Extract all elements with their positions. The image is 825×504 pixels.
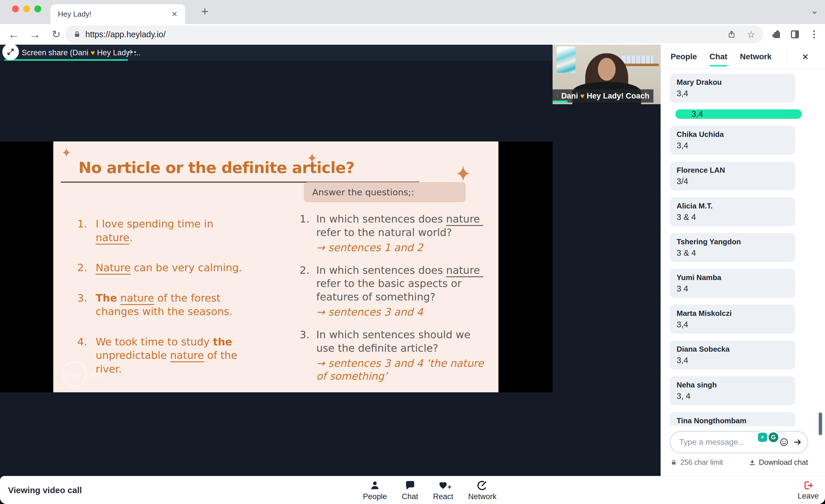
- message-sender: Diana Sobecka: [677, 345, 788, 354]
- slide-question: 2.In which sentences does nature refer t…: [300, 264, 486, 319]
- new-tab-button[interactable]: +: [198, 3, 212, 20]
- minimize-window-button[interactable]: [23, 5, 30, 12]
- chat-message: Florence LAN3/4: [670, 162, 795, 190]
- gauge-icon: [477, 480, 488, 491]
- participant-name-bar: Dani ♥ Hey Lady! Coach: [552, 89, 654, 102]
- message-text: 3 4: [677, 284, 788, 293]
- chat-panel-header: People Chat Network ✕: [661, 45, 825, 69]
- react-button[interactable]: + React: [433, 480, 453, 501]
- message-sender: Mary Drakou: [677, 78, 788, 87]
- leave-label: Leave: [798, 492, 819, 501]
- grammarly-g-icon[interactable]: G: [768, 432, 778, 442]
- close-icon[interactable]: ✕: [802, 45, 809, 69]
- chat-button[interactable]: Chat: [402, 480, 418, 501]
- slide-banner: Answer the questions;:: [304, 182, 466, 202]
- extensions-puzzle-icon[interactable]: [770, 24, 782, 45]
- browser-tab[interactable]: Hey Lady! ✕: [51, 4, 185, 24]
- message-input-wrap: ✦ G: [670, 431, 808, 453]
- close-window-button[interactable]: [12, 5, 19, 12]
- browser-tabstrip: Hey Lady! ✕ + ⌄: [0, 0, 825, 24]
- lock-icon: [73, 31, 81, 38]
- menu-kebab-icon[interactable]: [808, 24, 820, 45]
- tab-chat[interactable]: Chat: [709, 45, 727, 69]
- video-call-stage: Screen share (Dani ♥ Hey Lady! ... ••• D…: [0, 45, 661, 476]
- sparkle-icon: ✦: [62, 145, 71, 161]
- back-icon[interactable]: ←: [7, 28, 20, 41]
- download-chat-button[interactable]: Download chat: [749, 458, 808, 467]
- chat-message: Tshering Yangdon3 & 4: [670, 233, 795, 262]
- call-controls: People Chat + React: [363, 476, 497, 504]
- heart-plus-icon: +: [438, 480, 449, 491]
- chat-message: Mary Drakou3,4: [670, 74, 795, 102]
- message-sender: Marta Miskolczi: [677, 309, 788, 318]
- screen-share-label: Screen share (Dani ♥ Hey Lady! ...: [22, 45, 140, 61]
- download-icon: [749, 459, 756, 466]
- grammarly-widget[interactable]: ✦ G: [756, 430, 780, 444]
- message-text: 3,4: [691, 109, 703, 119]
- download-chat-label: Download chat: [759, 458, 808, 467]
- participant-name: Dani ♥ Hey Lady! Coach: [561, 92, 650, 100]
- header-divider: [788, 49, 788, 65]
- message-text: 3,4: [677, 320, 788, 329]
- participant-video-tile[interactable]: Dani ♥ Hey Lady! Coach: [552, 45, 661, 104]
- share-icon[interactable]: [727, 30, 736, 39]
- chat-message: Yumi Namba3 4: [670, 269, 795, 298]
- people-button[interactable]: People: [363, 480, 387, 501]
- side-panel-icon[interactable]: [789, 24, 801, 45]
- active-speaker-underline: [4, 59, 128, 61]
- message-sender: Tshering Yangdon: [677, 237, 788, 246]
- tab-close-icon[interactable]: ✕: [171, 10, 177, 19]
- app-window: Hey Lady! ✕ + ⌄ ← → ↻ https://app.heylad…: [0, 0, 825, 504]
- chevron-down-icon[interactable]: ⌄: [811, 5, 819, 16]
- chat-message: Neha singh3, 4: [670, 376, 795, 405]
- people-icon: [370, 480, 380, 491]
- slide-sentence: 4.We took time to study the unpredictabl…: [77, 335, 253, 376]
- tab-network[interactable]: Network: [740, 45, 771, 69]
- chat-bubble-icon: [404, 480, 416, 491]
- slide-question-list: 1.In which sentences does nature refer t…: [300, 213, 486, 392]
- chat-message: Tina Nongthombam3 , 4: [670, 412, 795, 426]
- message-sender: Tina Nongthombam: [677, 416, 788, 425]
- url-bar[interactable]: https://app.heylady.io/ ☆: [65, 25, 763, 43]
- slide-sentence-list: 1.I love spending time in nature.2.Natur…: [77, 217, 253, 392]
- grammarly-bulb-icon[interactable]: ✦: [758, 433, 767, 442]
- chat-message: Alicia M.T.3 & 4: [670, 197, 795, 226]
- message-sender: Yumi Namba: [677, 273, 788, 282]
- microphone-icon: [556, 92, 558, 100]
- chat-message: Chika Uchida3,4: [670, 126, 795, 155]
- lock-icon: [671, 459, 677, 466]
- call-status-label: Viewing video call: [8, 476, 82, 504]
- question-answer: → sentences 3 and 4 ‘the nature of somet…: [316, 357, 486, 383]
- tab-people[interactable]: People: [671, 45, 697, 69]
- message-text: 3, 4: [677, 392, 788, 401]
- message-text: 3 & 4: [677, 213, 788, 222]
- orange-heart-icon: ♥: [90, 49, 95, 57]
- presentation-slide: ✦ ✦ ✦ No article or the definite article…: [53, 142, 499, 392]
- chat-message: Marta Miskolczi3,4: [670, 305, 795, 334]
- leave-button[interactable]: Leave: [798, 476, 819, 504]
- tab-title: Hey Lady!: [58, 10, 91, 19]
- slide-sentence: 3.The nature of the forest changes with …: [77, 291, 253, 319]
- forward-icon[interactable]: →: [29, 28, 41, 41]
- slide-sentence: 1.I love spending time in nature.: [77, 217, 253, 244]
- chat-message-list: Mary Drakou3,43,4Chika Uchida3,4Florence…: [661, 69, 825, 426]
- bookmark-star-icon[interactable]: ☆: [747, 29, 755, 40]
- reload-icon[interactable]: ↻: [50, 28, 63, 40]
- network-button[interactable]: Network: [468, 480, 497, 501]
- url-text: https://app.heylady.io/: [85, 30, 166, 39]
- message-sender: Chika Uchida: [677, 130, 788, 139]
- message-text: 3,4: [677, 356, 788, 365]
- zoom-window-button[interactable]: [34, 5, 41, 12]
- chat-panel: People Chat Network ✕ Mary Drakou3,43,4C…: [661, 45, 825, 476]
- question-answer: → sentences 1 and 2: [316, 241, 486, 254]
- slide-sentence: 2.Nature can be very calming.: [77, 261, 253, 275]
- more-options-icon[interactable]: •••: [128, 45, 137, 60]
- emoji-smiley-icon[interactable]: [779, 437, 789, 447]
- chat-scrollbar[interactable]: [819, 412, 822, 435]
- send-arrow-icon[interactable]: [793, 437, 802, 447]
- bottom-bar: Viewing video call People Chat: [0, 476, 825, 504]
- chat-message: Diana Sobecka3,4: [670, 340, 795, 369]
- char-limit-label: 256 char limit: [680, 458, 723, 467]
- chat-footer: 256 char limit Download chat: [671, 458, 808, 467]
- slide-question: 1.In which sentences does nature refer t…: [300, 213, 486, 254]
